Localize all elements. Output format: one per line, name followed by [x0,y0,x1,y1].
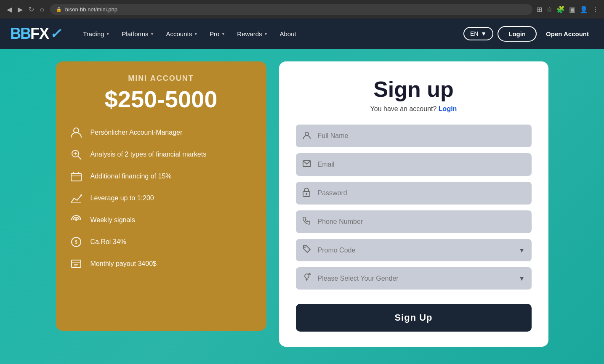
home-button[interactable]: ⌂ [38,5,46,14]
nav-pro[interactable]: Pro ▼ [205,27,230,41]
browser-actions: ⊞ ☆ 🧩 ▣ 👤 ⋮ [537,5,599,13]
rewards-arrow: ▼ [264,32,268,36]
nav-pro-label: Pro [210,30,219,37]
signup-card: Sign up You have an account? Login [279,61,548,347]
roi-icon: $ [69,234,84,250]
financing-icon [69,169,84,184]
language-button[interactable]: EN ▼ [463,27,493,40]
platforms-arrow: ▼ [150,32,154,36]
lang-arrow: ▼ [481,30,487,37]
logo-bb: BB [10,25,30,43]
gender-select[interactable]: Please Select Your Gender Male Female Ot… [296,267,532,290]
lang-label: EN [470,30,478,37]
signup-button[interactable]: Sign Up [296,304,532,332]
split-view-icon[interactable]: ▣ [569,5,575,13]
svg-rect-5 [71,173,81,181]
feature-personal-manager: Persönlicher Account-Manager [69,125,254,140]
phone-group [296,210,532,233]
svg-text:$: $ [75,240,77,244]
leverage-icon [69,191,84,206]
trading-arrow: ▼ [106,32,110,36]
person-icon [69,125,84,140]
feature-personal-manager-text: Persönlicher Account-Manager [90,129,183,136]
feature-leverage: Leverage up to 1:200 [69,191,254,206]
mini-account-card: MINI ACCOUNT $250-5000 Persönlicher Acco… [56,61,266,331]
feature-financing: Additional financing of 15% [69,169,254,184]
signals-icon [69,213,84,228]
address-bar[interactable]: 🔒 bison-bb.net/mini.php [50,4,532,15]
feature-analysis: Analysis of 2 types of financial markets [69,147,254,162]
nav-accounts-label: Accounts [166,30,192,37]
feature-signals-text: Weekly signals [90,216,135,224]
subtitle-text: You have an account? [370,105,437,112]
signup-subtitle: You have an account? Login [296,105,532,113]
promo-group: Promo Code ▼ [296,239,532,261]
email-group [296,153,532,176]
login-button[interactable]: Login [498,26,537,42]
analysis-icon [69,147,84,162]
email-input[interactable] [296,153,532,176]
nav-platforms-label: Platforms [122,30,148,37]
translate-icon[interactable]: ⊞ [537,5,542,13]
account-label: MINI ACCOUNT [69,74,254,83]
account-amount: $250-5000 [69,86,254,112]
feature-roi: $ Ca.Roi 34% [69,234,254,250]
navbar: BB FX ✓ Trading ▼ Platforms ▼ Accounts ▼… [0,19,604,49]
logo-checkmark: ✓ [50,26,61,42]
nav-about[interactable]: About [274,27,301,41]
nav-rewards[interactable]: Rewards ▼ [232,27,273,41]
feature-payout: Monthly payout 3400$ [69,256,254,271]
password-wrapper [296,182,532,205]
password-group [296,182,532,205]
svg-point-9 [80,194,82,196]
reload-button[interactable]: ↻ [27,5,36,14]
gender-group: Please Select Your Gender Male Female Ot… [296,267,532,290]
password-input[interactable] [296,182,532,205]
signup-form: Promo Code ▼ [296,125,532,332]
svg-line-2 [78,156,81,159]
feature-signals: Weekly signals [69,213,254,228]
nav-trading[interactable]: Trading ▼ [78,27,115,41]
features-list: Persönlicher Account-Manager Analysis of… [69,125,254,271]
nav-about-label: About [279,30,296,37]
promo-wrapper: Promo Code ▼ [296,239,532,261]
feature-roi-text: Ca.Roi 34% [90,238,126,246]
browser-chrome: ◀ ▶ ↻ ⌂ 🔒 bison-bb.net/mini.php ⊞ ☆ 🧩 ▣ … [0,0,604,19]
nav-trading-label: Trading [83,30,104,37]
browser-nav-buttons: ◀ ▶ ↻ ⌂ [5,5,46,14]
phone-input[interactable] [296,210,532,233]
address-icon: 🔒 [56,7,62,12]
fullname-wrapper [296,125,532,147]
main-content: MINI ACCOUNT $250-5000 Persönlicher Acco… [0,49,604,364]
login-link[interactable]: Login [439,105,457,112]
nav-links: Trading ▼ Platforms ▼ Accounts ▼ Pro ▼ R… [78,27,455,41]
email-wrapper [296,153,532,176]
nav-platforms[interactable]: Platforms ▼ [117,27,159,41]
signup-title: Sign up [296,77,532,102]
phone-wrapper [296,210,532,233]
bookmark-icon[interactable]: ☆ [546,5,552,13]
accounts-arrow: ▼ [194,32,198,36]
feature-payout-text: Monthly payout 3400$ [90,260,157,268]
feature-leverage-text: Leverage up to 1:200 [90,194,154,202]
payout-icon [69,256,84,271]
nav-rewards-label: Rewards [237,30,262,37]
extensions-icon[interactable]: 🧩 [556,5,565,13]
url-text: bison-bb.net/mini.php [65,6,117,13]
nav-accounts[interactable]: Accounts ▼ [161,27,203,41]
logo-fx: FX [30,25,49,43]
promo-select[interactable]: Promo Code [296,239,532,261]
nav-right: EN ▼ Login Open Account [463,26,594,42]
svg-rect-14 [72,260,81,268]
pro-arrow: ▼ [221,32,225,36]
open-account-button[interactable]: Open Account [541,27,594,41]
forward-button[interactable]: ▶ [16,5,24,14]
profile-icon[interactable]: 👤 [580,5,588,13]
gender-wrapper: Please Select Your Gender Male Female Ot… [296,267,532,290]
logo[interactable]: BB FX ✓ [10,25,61,43]
feature-analysis-text: Analysis of 2 types of financial markets [90,151,207,158]
menu-icon[interactable]: ⋮ [592,5,599,13]
fullname-input[interactable] [296,125,532,147]
svg-point-11 [75,219,77,221]
back-button[interactable]: ◀ [5,5,13,14]
